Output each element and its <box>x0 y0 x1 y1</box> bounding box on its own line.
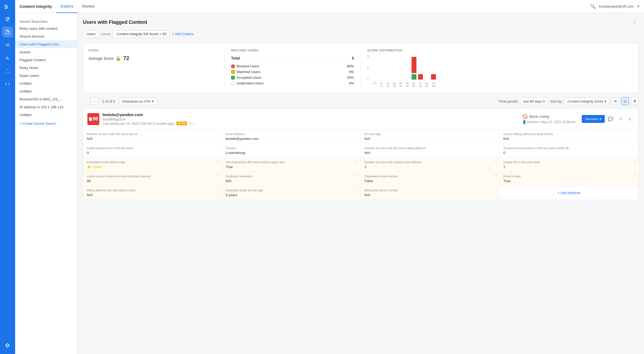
create-saved-search[interactable]: + Create Saved Search <box>15 119 77 128</box>
nav-shield[interactable] <box>2 14 13 24</box>
next-page-button[interactable]: › <box>91 98 98 105</box>
attr-close-billing[interactable]: ✕ <box>217 188 219 191</box>
attr-close-similar-email[interactable]: ✕ <box>495 159 497 163</box>
block-info-section: 🚫 Block Listing 👤 Kobrien • May 23, 2022… <box>522 114 576 124</box>
attr-label: Number of users with the same device <box>87 132 218 136</box>
x-15-19: 15-19 <box>379 82 384 87</box>
attr-close-duplicate[interactable]: ✕ <box>356 173 358 177</box>
attr-add-attribute[interactable]: + Add Attribute <box>500 186 638 200</box>
main-content: Users with Flagged Content ⋮ Users where… <box>77 13 644 354</box>
nav-chart[interactable] <box>2 53 13 63</box>
score-value: 98 <box>93 116 98 122</box>
x-25-29: 25-29 <box>386 82 390 87</box>
list-view-button[interactable] <box>612 97 619 105</box>
nav-settings[interactable] <box>2 340 13 351</box>
accepted-label-row: ✓ Accepted Users <box>231 76 261 80</box>
user-email[interactable]: testste@yandex.com <box>103 112 519 117</box>
sidebar-item-users-flagged[interactable]: Users with Flagged Cont... <box>15 40 77 48</box>
main-tabs: Explore Review <box>56 0 99 13</box>
sidebar-item-untitled-2[interactable]: Untitled <box>15 87 77 95</box>
attr-close-unique-ips[interactable]: ✕ <box>634 159 636 163</box>
sidebar-item-ip-address[interactable]: IP address is 153.1.199.118 <box>15 103 77 111</box>
download-csv-button[interactable]: Download as CSV ▾ <box>119 98 157 105</box>
attr-close-domain-age[interactable]: ✕ <box>356 188 358 191</box>
attr-email-domain-age: ✕ Estimated email domain age 9 years <box>222 186 361 200</box>
tab-explore[interactable]: Explore <box>56 0 78 13</box>
attr-close-disposable[interactable]: ✕ <box>495 173 497 177</box>
attr-label: Failed transactions in the last week <box>87 146 218 150</box>
sidebar-item-flagged-content[interactable]: Flagged Content <box>15 56 77 64</box>
nav-document[interactable] <box>2 27 13 37</box>
sidebar: Saved Searches Risky users with content … <box>15 13 77 354</box>
attr-value: 88 <box>87 179 218 183</box>
prev-page-button[interactable]: ‹ <box>83 98 90 105</box>
filter-entity[interactable]: Users <box>83 30 99 38</box>
attr-value: ⭐ 1 hour <box>87 165 218 169</box>
sidebar-item-untitled-1[interactable]: Untitled <box>15 80 77 87</box>
bar-65-69-red <box>412 57 416 73</box>
decision-button[interactable]: Decision ▾ <box>582 115 605 123</box>
sidebar-section-title: Saved Searches <box>15 17 77 25</box>
attr-close-non-transaction[interactable]: ✕ <box>356 159 358 163</box>
attr-label: Duplicate messages <box>226 175 357 178</box>
nav-code[interactable] <box>2 78 13 89</box>
sidebar-item-risky-hosts[interactable]: Risky Hosts <box>15 64 77 72</box>
attr-billing-first-name: ✕ Billing first name in email N/A <box>361 186 500 200</box>
attr-value: Luxembourg <box>226 151 357 155</box>
attr-value: N/A <box>87 193 218 197</box>
user-card-header: 📄 98 testste@yandex.com fyw3989sjpqr24 L… <box>83 109 638 129</box>
attr-keyboard-spread: ✕ Latest contact email username keyboard… <box>83 172 222 186</box>
block-person-icon: 👤 <box>522 120 526 124</box>
matched-table: Total 5 ✕ Blocked Users 80% ⚠ Watched Us… <box>231 55 354 86</box>
attr-value: N/A <box>364 137 495 141</box>
sort-dropdown[interactable]: Content Integrity Score ▾ <box>564 98 609 105</box>
collapse-button[interactable]: ∧ <box>626 115 634 123</box>
decision-chevron: ▾ <box>600 117 602 121</box>
chart-x-labels: 5-9 15-19 25-29 35-39 45-49 55-59 65-69 … <box>373 81 626 87</box>
sidebar-item-super-users[interactable]: Super Users <box>15 72 77 80</box>
sidebar-item-shared-devices[interactable]: Shared Devices <box>15 32 77 40</box>
sidebar-item-guests[interactable]: Guests <box>15 48 77 56</box>
add-criteria-button[interactable]: + Add Criteria <box>172 32 193 36</box>
blocked-label: Blocked Users <box>236 64 259 68</box>
sidebar-item-untitled-3[interactable]: Untitled <box>15 111 77 119</box>
user-card-0: 📄 98 testste@yandex.com fyw3989sjpqr24 L… <box>83 108 639 200</box>
filter-criteria[interactable]: Content Integrity Sift Score > 60 <box>113 30 170 38</box>
attr-close-email-valid[interactable]: ✕ <box>634 173 636 177</box>
attr-label: Email is valid <box>503 175 635 178</box>
detail-view-button[interactable] <box>621 97 629 105</box>
undecided-label: Undecided Users <box>236 81 264 85</box>
tag-score: 🏷 70 <box>176 122 187 125</box>
sidebar-item-risky-users[interactable]: Risky users with content <box>15 25 77 32</box>
attr-value: N/A <box>87 137 218 141</box>
tab-review[interactable]: Review <box>78 0 99 13</box>
accepted-icon: ✓ <box>231 76 235 80</box>
sidebar-item-browser-os[interactable]: Browser/OS is MAC_OS_... <box>15 95 77 103</box>
comment-button[interactable]: 💬 <box>606 115 615 123</box>
matched-total-value: 5 <box>352 56 354 60</box>
attr-close-billing-name[interactable]: ✕ <box>495 188 497 191</box>
filter-bar: Users where Content Integrity Sift Score… <box>83 30 639 38</box>
app-brand: Content Integrity <box>15 4 56 9</box>
attr-label: Unique IPs in the past week <box>503 160 635 164</box>
svg-text:S: S <box>4 4 8 10</box>
attr-close-keyboard[interactable]: ✕ <box>217 173 219 177</box>
user-menu[interactable]: fraudanalyst@sift.com <box>599 4 634 8</box>
attr-value: True <box>226 165 357 169</box>
x-85-89: 85-89 <box>425 82 429 87</box>
attr-label: Email address <box>226 132 357 136</box>
nav-list[interactable] <box>2 40 13 50</box>
export-view-button[interactable] <box>631 97 639 105</box>
attr-close-email-age[interactable]: ✕ <box>217 159 219 163</box>
external-link-button[interactable]: ↗ <box>616 115 624 123</box>
time-period-dropdown[interactable]: last 90 days ▾ <box>520 98 548 105</box>
matched-watched-row: ⚠ Watched Users 0% <box>231 69 354 75</box>
y-label-2: 2 <box>367 66 369 69</box>
x-35-39: 35-39 <box>392 82 397 87</box>
attr-label: Latest contact email username keyboard s… <box>87 175 218 178</box>
stats-row: STATS Average Score 🔒 72 MATCHED USERS T… <box>83 43 639 93</box>
search-icon[interactable]: 🔍 <box>590 4 596 9</box>
matched-blocked-row: ✕ Blocked Users 80% <box>231 63 354 69</box>
page-menu-button[interactable]: ⋮ <box>631 18 639 26</box>
nav-network[interactable] <box>2 65 13 76</box>
